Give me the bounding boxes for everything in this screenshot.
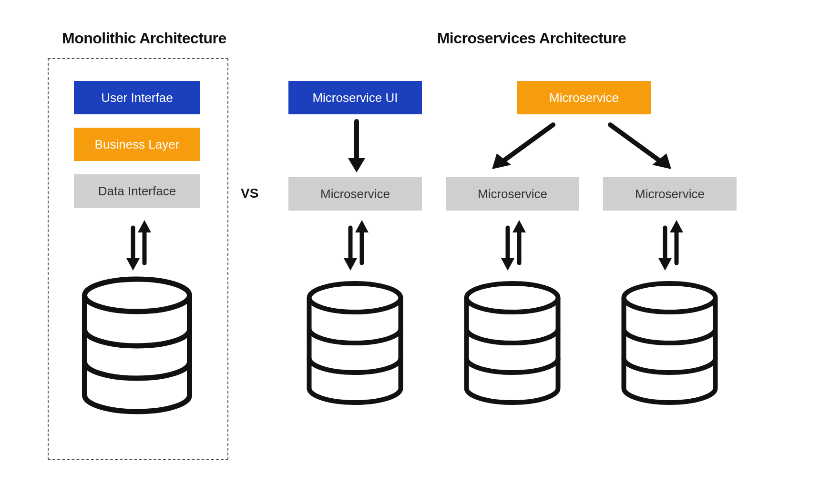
database-icon <box>79 276 195 414</box>
bidirectional-arrow-icon <box>494 219 533 272</box>
arrow-down-right-icon <box>601 119 682 176</box>
microservice-block-2: Microservice <box>446 177 579 211</box>
svg-marker-21 <box>670 220 683 232</box>
svg-point-23 <box>309 283 401 312</box>
svg-marker-11 <box>344 258 357 271</box>
svg-marker-7 <box>126 258 140 271</box>
microservices-title: Microservices Architecture <box>389 30 675 47</box>
svg-point-22 <box>85 279 190 312</box>
monolith-business-layer: Business Layer <box>74 128 200 161</box>
microservice-top-block: Microservice <box>517 81 651 114</box>
svg-point-24 <box>467 283 558 312</box>
svg-line-4 <box>610 125 663 163</box>
svg-marker-15 <box>501 258 514 271</box>
microservice-block-1: Microservice <box>288 177 422 211</box>
bidirectional-arrow-icon <box>652 219 690 272</box>
svg-marker-1 <box>348 158 365 172</box>
monolith-title: Monolithic Architecture <box>62 30 226 47</box>
microservice-ui-block: Microservice UI <box>288 81 422 114</box>
database-icon <box>304 281 406 405</box>
svg-line-2 <box>501 125 553 163</box>
svg-marker-17 <box>512 220 526 232</box>
svg-marker-13 <box>355 220 369 232</box>
bidirectional-arrow-icon <box>120 219 158 272</box>
database-icon <box>461 281 564 405</box>
monolith-data-layer: Data Interface <box>74 174 200 208</box>
database-icon <box>618 281 721 405</box>
arrow-down-icon <box>342 119 371 174</box>
vs-label: VS <box>241 186 258 201</box>
svg-point-25 <box>624 283 716 312</box>
svg-marker-19 <box>658 258 672 271</box>
monolith-ui-layer: User Interfae <box>74 81 200 114</box>
diagram-canvas: Monolithic Architecture Microservices Ar… <box>0 0 820 504</box>
bidirectional-arrow-icon <box>337 219 375 272</box>
arrow-down-left-icon <box>482 119 563 176</box>
microservice-block-3: Microservice <box>603 177 737 211</box>
svg-marker-9 <box>138 220 151 232</box>
